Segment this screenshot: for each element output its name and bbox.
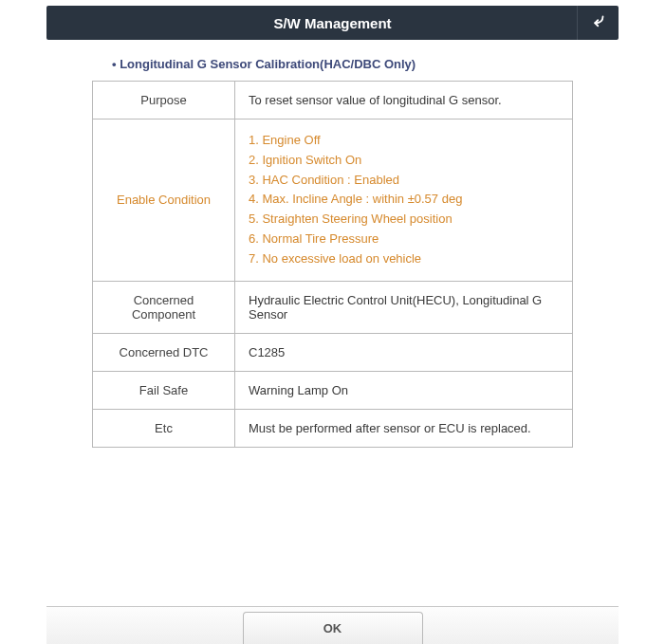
enable-step: 2. Ignition Switch On [249,151,559,171]
row-value-failsafe: Warning Lamp On [235,371,573,409]
header-bar: S/W Management [46,6,619,40]
row-label-purpose: Purpose [93,82,235,120]
table-row: Etc Must be performed after sensor or EC… [93,409,573,447]
enable-step: 7. No excessive load on vehicle [249,249,559,269]
row-value-dtc: C1285 [235,333,573,371]
table-row: Enable Condition 1. Engine Off 2. Igniti… [93,120,573,282]
row-value-etc: Must be performed after sensor or ECU is… [235,409,573,447]
row-label-component: Concerned Component [93,281,235,333]
enable-step: 5. Straighten Steering Wheel position [249,210,559,230]
ok-button[interactable]: OK [243,612,423,644]
row-label-dtc: Concerned DTC [93,333,235,371]
info-table: Purpose To reset sensor value of longitu… [92,81,573,448]
enable-step: 6. Normal Tire Pressure [249,230,559,249]
footer-bar: OK [46,606,619,644]
row-value-purpose: To reset sensor value of longitudinal G … [235,82,573,120]
return-arrow-icon [590,12,607,33]
back-button[interactable] [577,6,619,40]
row-value-component: Hydraulic Electric Control Unit(HECU), L… [235,281,573,333]
row-label-enable: Enable Condition [93,120,235,282]
row-value-enable: 1. Engine Off 2. Ignition Switch On 3. H… [235,120,573,282]
row-label-failsafe: Fail Safe [93,371,235,409]
enable-step: 3. HAC Condition : Enabled [249,171,559,191]
table-row: Concerned DTC C1285 [93,333,573,371]
table-row: Concerned Component Hydraulic Electric C… [93,281,573,333]
section-subtitle: • Longitudinal G Sensor Calibration(HAC/… [112,57,665,71]
table-row: Purpose To reset sensor value of longitu… [93,82,573,120]
page-title: S/W Management [273,15,391,31]
row-label-etc: Etc [93,409,235,447]
enable-step: 1. Engine Off [249,131,559,151]
enable-step: 4. Max. Incline Angle : within ±0.57 deg [249,190,559,210]
table-row: Fail Safe Warning Lamp On [93,371,573,409]
